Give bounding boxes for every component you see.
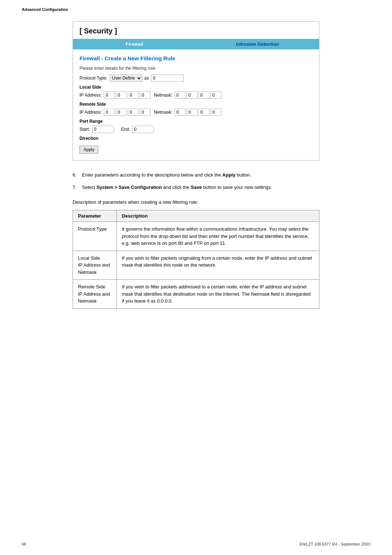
param-name-remote-side-line1: Remote Side — [78, 284, 105, 289]
apply-button[interactable]: Apply — [79, 146, 98, 154]
desc-local-side: If you wish to filter packets originatin… — [117, 251, 319, 280]
remote-ip-1[interactable] — [104, 109, 115, 116]
as-label: as — [144, 76, 149, 81]
remote-ip-row: IP Address: Netmask: — [79, 109, 313, 116]
remote-ip-2[interactable] — [116, 109, 127, 116]
end-label: End: — [121, 127, 130, 132]
protocol-type-select[interactable]: User Define TCP UDP ICMP — [110, 74, 142, 82]
param-name-local-side-line2: IP Address and Netmask — [78, 262, 110, 275]
local-ip-1[interactable] — [104, 92, 115, 99]
local-ip-label: IP Address: — [79, 93, 102, 98]
tab-intrusion-detection[interactable]: Intrusion Detection — [196, 39, 319, 49]
desc-remote-side: If you wish to filter packets addressed … — [117, 280, 319, 309]
breadcrumb: Advanced Configuration — [22, 7, 68, 12]
local-side-label: Local Side — [79, 85, 313, 90]
panel-body: Firewall - Create a New Filtering Rule P… — [73, 49, 319, 160]
form-subtitle: Firewall - Create a New Filtering Rule — [79, 55, 313, 61]
step-7-text: Select System > Save Configuration and c… — [82, 184, 319, 191]
step-6-text: Enter parameters according to the descri… — [82, 171, 319, 179]
protocol-type-row: Protocol Type: User Define TCP UDP ICMP … — [79, 74, 313, 82]
step-6-number: 6. — [73, 171, 82, 179]
param-remote-side: Remote Side IP Address and Netmask — [73, 280, 117, 309]
step-6: 6. Enter parameters according to the des… — [73, 171, 319, 179]
desc-protocol-type: It governs the information flow within a… — [117, 222, 319, 251]
local-ip-4[interactable] — [140, 92, 151, 99]
table-row-protocol: Protocol Type It governs the information… — [73, 222, 319, 251]
page-footer: 68 EN/LZT 108 6377 R4 - September 2003 — [22, 542, 370, 546]
table-row-remote-side: Remote Side IP Address and Netmask If yo… — [73, 280, 319, 309]
direction-label: Direction — [79, 136, 313, 141]
remote-ip-label: IP Address: — [79, 110, 102, 115]
remote-side-label: Remote Side — [79, 102, 313, 107]
param-protocol-type: Protocol Type — [73, 222, 117, 251]
params-table: Parameter Description Protocol Type It g… — [73, 210, 319, 309]
col-header-parameter: Parameter — [73, 210, 117, 222]
local-netmask-4[interactable] — [211, 92, 221, 99]
table-row-local-side: Local Side IP Address and Netmask If you… — [73, 251, 319, 280]
local-netmask-1[interactable] — [175, 92, 185, 99]
page-number: 68 — [22, 542, 26, 546]
remote-netmask-4[interactable] — [211, 109, 221, 116]
remote-netmask-1[interactable] — [175, 109, 185, 116]
protocol-type-label: Protocol Type: — [79, 76, 107, 81]
local-netmask-2[interactable] — [187, 92, 197, 99]
end-input[interactable] — [132, 126, 154, 133]
form-instruction: Please enter details for the filtering r… — [79, 66, 313, 71]
main-content: [ Security ] Firewall Intrusion Detectio… — [0, 14, 392, 323]
param-local-side: Local Side IP Address and Netmask — [73, 251, 117, 280]
local-netmask-label: Netmask: — [154, 93, 172, 98]
port-range-row: Start: End: — [79, 126, 313, 133]
param-name-remote-side-line2: IP Address and Netmask — [78, 291, 110, 304]
footer-reference: EN/LZT 108 6377 R4 - September 2003 — [299, 542, 370, 546]
step-7-number: 7. — [73, 184, 82, 191]
apply-button-row: Apply — [79, 143, 313, 154]
port-range-label: Port Range — [79, 119, 313, 124]
local-ip-row: IP Address: Netmask: — [79, 92, 313, 99]
step-7: 7. Select System > Save Configuration an… — [73, 184, 319, 191]
page-header: Advanced Configuration — [0, 0, 392, 14]
param-name-protocol: Protocol Type — [78, 226, 107, 232]
steps-section: 6. Enter parameters according to the des… — [73, 171, 319, 191]
remote-netmask-2[interactable] — [187, 109, 197, 116]
local-ip-3[interactable] — [128, 92, 139, 99]
local-ip-2[interactable] — [116, 92, 127, 99]
remote-ip-4[interactable] — [140, 109, 151, 116]
as-value-input[interactable] — [151, 74, 184, 82]
param-name-local-side-line1: Local Side — [78, 255, 100, 261]
remote-ip-3[interactable] — [128, 109, 139, 116]
security-title: [ Security ] — [73, 22, 319, 39]
remote-netmask-3[interactable] — [199, 109, 209, 116]
start-label: Start: — [79, 127, 90, 132]
col-header-description: Description — [117, 210, 319, 222]
local-netmask-3[interactable] — [199, 92, 209, 99]
description-intro: Description of parameters when creating … — [73, 199, 319, 205]
remote-netmask-label: Netmask: — [154, 110, 172, 115]
tab-bar: Firewall Intrusion Detection — [73, 39, 319, 49]
tab-firewall[interactable]: Firewall — [73, 39, 196, 49]
security-panel: [ Security ] Firewall Intrusion Detectio… — [73, 21, 319, 161]
start-input[interactable] — [92, 126, 114, 133]
